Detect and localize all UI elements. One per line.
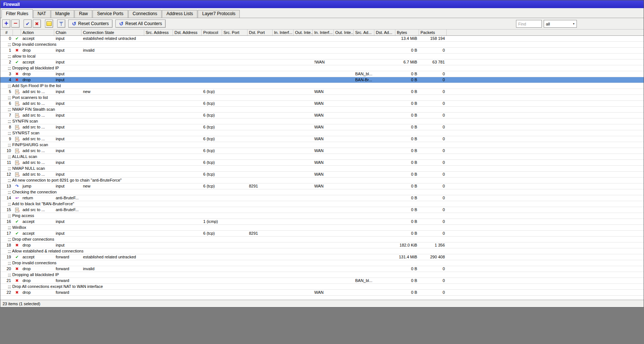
rule-row[interactable]: 6add src to ...input6 (tcp)WAN0 B0 <box>0 101 644 107</box>
cell-connection_state <box>82 278 144 283</box>
cell-dst_address_list <box>374 266 395 272</box>
column-header-in_interface[interactable]: In. Interf... <box>273 30 294 35</box>
jump-icon <box>15 184 18 188</box>
column-header-src_address[interactable]: Src. Address <box>144 30 173 35</box>
column-header-bytes[interactable]: Bytes <box>395 30 419 35</box>
rule-row[interactable]: 21dropforwardBAN_bl...0 B0 <box>0 278 644 284</box>
comment-row[interactable]: ;;; NMAP NULL scan <box>0 166 644 172</box>
column-header-icon[interactable] <box>13 30 21 35</box>
comment-row[interactable]: ;;; Drop invalid connections <box>0 260 644 266</box>
tab-layer7-protocols[interactable]: Layer7 Protocols <box>198 10 240 18</box>
tab-service-ports[interactable]: Service Ports <box>93 10 128 18</box>
comment-row[interactable]: ;;; SYN/FIN scan <box>0 118 644 124</box>
cell-src_port <box>222 101 247 106</box>
column-header-connection_state[interactable]: Connection State <box>82 30 144 35</box>
comment-row[interactable]: ;;; Drop All connections except NAT to W… <box>0 284 644 290</box>
tab-connections[interactable]: Connections <box>128 10 162 18</box>
tab-nat[interactable]: NAT <box>33 10 51 18</box>
rule-row[interactable]: 9add src to ...input6 (tcp)WAN0 B0 <box>0 136 644 142</box>
cell-dst_address <box>173 160 202 165</box>
cell-bytes: 0 B <box>395 160 419 165</box>
filter-dropdown[interactable]: all ▼ <box>544 20 577 28</box>
reset-counters-button[interactable]: Reset Counters <box>68 20 112 28</box>
rule-row[interactable]: 13jumpinputnew6 (tcp)8291WAN0 B0 <box>0 183 644 189</box>
cell-packets: 0 <box>419 195 447 201</box>
rule-row[interactable]: 8add src to ...input6 (tcp)WAN0 B0 <box>0 124 644 130</box>
rule-row[interactable]: 7add src to ...input6 (tcp)WAN0 B0 <box>0 113 644 118</box>
column-header-dst_address_list[interactable]: Dst. Ad... <box>374 30 395 35</box>
comment-row[interactable]: ;;; Checking the connection <box>0 189 644 195</box>
rule-row[interactable]: 10add src to ...input6 (tcp)WAN0 B0 <box>0 148 644 154</box>
cell-chain: input <box>54 36 82 41</box>
rule-row[interactable]: 4dropinputBAN-Br...0 B0 <box>0 77 644 83</box>
column-header-out_interface[interactable]: Out. Inte... <box>294 30 313 35</box>
rule-row[interactable]: 15add src to ...anti-BruteF...0 B0 <box>0 207 644 213</box>
rule-row[interactable]: 0acceptinputestablished related untracke… <box>0 36 644 42</box>
tab-address-lists[interactable]: Address Lists <box>162 10 197 18</box>
rule-row[interactable]: 14returnanti-BruteF...0 B0 <box>0 195 644 201</box>
cell-in_interface_list <box>313 77 334 83</box>
column-header-protocol[interactable]: Protocol <box>202 30 222 35</box>
rule-row[interactable]: 5add src to ...inputnew6 (tcp)WAN0 B0 <box>0 89 644 95</box>
comment-row[interactable]: ;;; Allow established & related connecti… <box>0 248 644 254</box>
tab-mangle[interactable]: Mangle <box>51 10 74 18</box>
column-header-num[interactable]: # <box>0 30 13 35</box>
addsrc-icon <box>15 90 19 94</box>
comment-row[interactable]: ;;; SYN/RST scan <box>0 130 644 136</box>
column-header-src_port[interactable]: Src. Port <box>222 30 247 35</box>
comment-row[interactable]: ;;; Add to black list "BAN-BruteForce" <box>0 201 644 207</box>
rule-row[interactable]: 2acceptinput!WAN6.7 MiB63 781 <box>0 59 644 65</box>
rule-row[interactable]: 11add src to ...input6 (tcp)WAN0 B0 <box>0 160 644 166</box>
rule-row[interactable]: 3dropinputBAN_bl...0 B0 <box>0 71 644 77</box>
add-button[interactable] <box>2 20 10 28</box>
reset-all-counters-button[interactable]: Reset All Counters <box>115 20 166 28</box>
cell-in_interface <box>273 48 294 53</box>
comment-row[interactable]: ;;; WinBox <box>0 225 644 231</box>
cell-in_interface <box>273 290 294 295</box>
column-header-src_address_list[interactable]: Src. Ad... <box>354 30 374 35</box>
comment-row[interactable]: ;;; Drop other connections <box>0 237 644 242</box>
comment-row[interactable]: ;;; allow to local <box>0 54 644 59</box>
comment-row[interactable]: ;;; NMAP FIN Stealth scan <box>0 107 644 113</box>
column-header-out_interface_list[interactable]: Out. Inte... <box>334 30 354 35</box>
column-header-action[interactable]: Action <box>21 30 54 35</box>
tab-raw[interactable]: Raw <box>75 10 92 18</box>
drop-icon <box>15 290 18 295</box>
tab-filter-rules[interactable]: Filter Rules <box>1 9 33 18</box>
filter-button[interactable] <box>57 20 65 28</box>
rule-row[interactable]: 19acceptforwardestablished related untra… <box>0 254 644 260</box>
enable-button[interactable] <box>24 20 32 28</box>
column-header-dst_port[interactable]: Dst. Port <box>247 30 273 35</box>
comment-row[interactable]: ;;; Dropping all blacklisted IP <box>0 272 644 278</box>
remove-button[interactable] <box>11 20 20 28</box>
drop-icon <box>15 72 18 76</box>
comment-row[interactable]: ;;; Dropping all blacklisted IP <box>0 65 644 71</box>
comment-row[interactable]: ;;; Drop invalid connections <box>0 42 644 48</box>
comment-row[interactable]: ;;; Port scanners to list <box>0 95 644 101</box>
rule-row[interactable]: 22dropforwardWAN0 B0 <box>0 290 644 296</box>
rule-row[interactable]: 16acceptinput1 (icmp)0 B0 <box>0 219 644 225</box>
comment-row[interactable]: ;;; FIN/PSH/URG scan <box>0 142 644 148</box>
comment-row[interactable]: ;;; Add Syn Flood IP to the list <box>0 83 644 89</box>
cell-dst_address_list <box>374 124 395 130</box>
rule-row[interactable]: 1dropinputinvalid0 B0 <box>0 48 644 54</box>
column-header-in_interface_list[interactable]: In. Interf... <box>313 30 334 35</box>
comment-row[interactable]: ;;; Ping access <box>0 213 644 219</box>
rule-row[interactable]: 18dropinput182.0 KiB1 356 <box>0 242 644 248</box>
column-header-packets[interactable]: Packets <box>419 30 447 35</box>
cell-out_interface_list <box>334 113 354 118</box>
disable-button[interactable] <box>33 20 41 28</box>
column-header-chain[interactable]: Chain <box>54 30 82 35</box>
rule-row[interactable]: 12add src to ...input6 (tcp)WAN0 B0 <box>0 172 644 178</box>
cell-src_port <box>222 77 247 83</box>
cell-out_interface <box>294 219 313 224</box>
comment-button[interactable] <box>45 20 53 28</box>
column-header-dst_address[interactable]: Dst. Address <box>173 30 202 35</box>
rule-row[interactable]: 17acceptinput6 (tcp)82910 B0 <box>0 231 644 237</box>
rule-row[interactable]: 20dropforwardinvalid0 B0 <box>0 266 644 272</box>
comment-row[interactable]: ;;; All new connection to port 8291 go t… <box>0 178 644 183</box>
find-input[interactable] <box>516 20 542 28</box>
comment-row[interactable]: ;;; ALL/ALL scan <box>0 154 644 160</box>
titlebar[interactable]: Firewall <box>0 0 644 8</box>
cell-out_interface_list <box>334 136 354 142</box>
